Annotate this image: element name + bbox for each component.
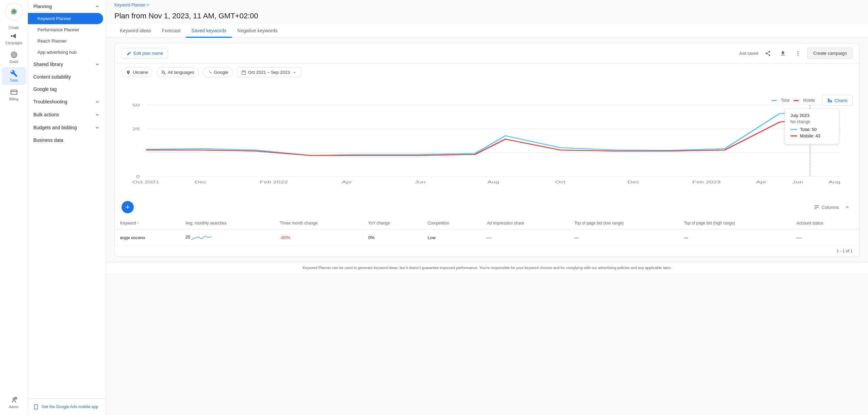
col-account-status[interactable]: Account status [791, 217, 859, 229]
nav-item-keyword-planner[interactable]: Keyword Planner [28, 13, 103, 24]
cell-yoy: 0% [363, 229, 422, 246]
charts-button[interactable]: Charts [822, 95, 853, 106]
admin-label: Admin [9, 405, 18, 409]
tabs-bar: Keyword ideas Forecast Saved keywords Ne… [106, 24, 868, 38]
add-keyword-button[interactable]: + [122, 201, 134, 213]
sidebar-item-billing[interactable]: Billing [2, 86, 26, 104]
chart-tooltip: July 2023 No change Total: 50 Mobile: 43 [785, 109, 839, 144]
troubleshooting-label: Troubleshooting [33, 99, 67, 104]
mobile-app-link[interactable]: Get the Google Ads mobile app [28, 398, 106, 415]
sidebar: Create Campaigns Goals Tools Billing Adm… [0, 0, 28, 415]
planning-label: Planning [33, 4, 52, 9]
google-tag-header[interactable]: Google tag [28, 83, 106, 95]
svg-text:25: 25 [132, 127, 140, 131]
svg-text:Jun: Jun [792, 180, 803, 184]
svg-text:Feb 2022: Feb 2022 [260, 180, 288, 184]
bulk-actions-label: Bulk actions [33, 112, 59, 117]
sidebar-item-admin[interactable]: Admin [2, 394, 26, 412]
page-title: Plan from Nov 1, 2023, 11 AM, GMT+02:00 [114, 12, 860, 20]
network-filter[interactable]: Google [203, 67, 233, 77]
bottom-disclaimer: Keyword Planner can be used to generate … [106, 262, 868, 273]
tab-forecast[interactable]: Forecast [157, 24, 186, 38]
svg-rect-1 [11, 35, 12, 37]
col-avg-monthly[interactable]: Avg. monthly searches [180, 217, 274, 229]
pagination-info: 1 - 1 of 1 [837, 249, 853, 253]
network-value: Google [214, 70, 228, 75]
table-toolbar: + Columns [115, 197, 859, 217]
svg-rect-13 [242, 71, 246, 74]
columns-button[interactable]: Columns [814, 204, 839, 210]
cell-keyword: води косино [115, 229, 180, 246]
col-yoy[interactable]: YoY change [363, 217, 422, 229]
cell-competition: Low [422, 229, 481, 246]
tab-negative-keywords[interactable]: Negative keywords [232, 24, 283, 38]
create-campaign-button[interactable]: Create campaign [807, 48, 853, 59]
sidebar-item-goals[interactable]: Goals [2, 48, 26, 66]
sparkline-svg [191, 233, 212, 242]
more-options-button[interactable] [792, 48, 803, 59]
goals-label: Goals [9, 60, 18, 64]
chart-svg: 50 25 0 [122, 95, 853, 190]
create-button[interactable] [5, 3, 23, 20]
total-legend-dot [771, 100, 777, 101]
date-range-value: Oct 2021 – Sep 2023 [248, 70, 290, 75]
date-range-filter[interactable]: Oct 2021 – Sep 2023 [237, 67, 301, 77]
col-top-bid-low[interactable]: Top of page bid (low range) [569, 217, 678, 229]
svg-text:Aug: Aug [829, 180, 840, 184]
svg-text:Oct: Oct [555, 180, 565, 184]
tooltip-total-line [790, 129, 797, 130]
nav-item-reach-planner[interactable]: Reach Planner [28, 35, 103, 47]
svg-text:50: 50 [132, 103, 140, 107]
language-filter[interactable]: All languages [157, 67, 199, 77]
mobile-legend-dot [793, 100, 799, 101]
col-ad-impression[interactable]: Ad impression share [481, 217, 569, 229]
cell-top-bid-low: — [569, 229, 678, 246]
page-header: Plan from Nov 1, 2023, 11 AM, GMT+02:00 [106, 10, 868, 24]
main-content: Keyword Planner > Plan from Nov 1, 2023,… [106, 0, 868, 415]
billing-label: Billing [9, 97, 18, 101]
shared-library-header[interactable]: Shared library [28, 58, 106, 71]
content-suitability-label: Content suitability [33, 74, 71, 80]
col-competition[interactable]: Competition [422, 217, 481, 229]
download-button[interactable] [777, 48, 788, 59]
location-filter[interactable]: Ukraine [122, 67, 152, 77]
svg-text:Dec: Dec [195, 180, 207, 184]
tab-saved-keywords[interactable]: Saved keywords [186, 24, 232, 38]
svg-text:Oct 2021: Oct 2021 [132, 180, 160, 184]
col-top-bid-high[interactable]: Top of page bid (high range) [678, 217, 791, 229]
svg-text:Apr: Apr [756, 180, 767, 184]
location-value: Ukraine [133, 70, 148, 75]
svg-point-12 [798, 54, 799, 55]
sidebar-item-tools[interactable]: Tools [2, 67, 26, 85]
bulk-actions-header[interactable]: Bulk actions [28, 108, 106, 121]
tools-label: Tools [10, 79, 18, 82]
collapse-table-button[interactable] [842, 202, 853, 213]
tab-keyword-ideas[interactable]: Keyword ideas [114, 24, 157, 38]
content-area: Edit plan name Just saved Create [106, 38, 868, 415]
troubleshooting-header[interactable]: Troubleshooting [28, 95, 106, 108]
budgets-bidding-header[interactable]: Budgets and bidding [28, 121, 106, 134]
table-actions: Columns [814, 202, 853, 213]
svg-point-9 [36, 408, 36, 408]
google-tag-label: Google tag [33, 86, 57, 92]
svg-text:Apr: Apr [342, 180, 352, 184]
svg-point-10 [798, 51, 799, 52]
edit-plan-button[interactable]: Edit plan name [122, 48, 168, 59]
col-three-month[interactable]: Three month change [274, 217, 363, 229]
content-suitability-header[interactable]: Content suitability [28, 71, 106, 83]
planning-section-header[interactable]: Planning [28, 0, 106, 13]
nav-item-performance-planner[interactable]: Performance Planner [28, 24, 103, 35]
create-label: Create [9, 26, 19, 30]
cell-top-bid-high: — [678, 229, 791, 246]
nav-item-app-advertising[interactable]: App advertising hub [28, 47, 103, 58]
cell-ad-impression: — [481, 229, 569, 246]
table-row: води косино 20 -80% [115, 229, 859, 246]
business-data-header[interactable]: Business data [28, 134, 106, 146]
sidebar-item-campaigns[interactable]: Campaigns [2, 30, 26, 48]
svg-rect-5 [11, 90, 17, 95]
chart-area: Total Mobile Charts [115, 95, 859, 197]
share-button[interactable] [762, 48, 773, 59]
cell-avg-monthly: 20 [180, 229, 274, 246]
col-keyword[interactable]: Keyword ↑ [115, 217, 180, 229]
breadcrumb[interactable]: Keyword Planner > [106, 0, 868, 10]
